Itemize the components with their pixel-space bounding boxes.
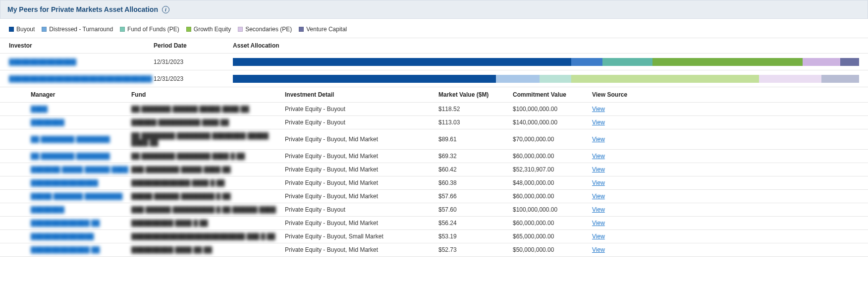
market-value: $69.32 [438,153,513,160]
allocation-segment[interactable] [602,58,652,66]
table-row: ██ ████████ ██████████ ████████ ████████… [0,150,868,163]
investment-detail: Private Equity - Buyout, Mid Market [285,153,438,160]
allocation-segment[interactable] [652,58,803,66]
market-value: $89.61 [438,136,513,143]
legend-swatch [42,27,47,32]
view-source-link[interactable]: View [592,193,605,200]
manager-link[interactable]: ██ ████████ ████████ [31,153,110,160]
commitment-value: $60,000,000.00 [513,220,592,227]
market-value: $53.19 [438,233,513,240]
col-investor: Investor [0,42,154,49]
market-value: $60.42 [438,166,513,173]
peers-header-row: Investor Period Date Asset Allocation [0,38,868,54]
allocation-segment[interactable] [571,58,602,66]
allocation-bar[interactable] [233,58,859,66]
legend-item[interactable]: Distressed - Turnaround [42,26,113,33]
market-value: $56.24 [438,220,513,227]
manager-link[interactable]: ████████████████ [31,179,98,186]
view-source-link[interactable]: View [592,136,605,143]
market-value: $113.03 [438,119,513,126]
investment-detail: Private Equity - Buyout, Mid Market [285,179,438,186]
legend-item[interactable]: Buyout [9,26,35,33]
period-date: 12/31/2023 [154,58,233,65]
market-value: $52.73 [438,246,513,253]
manager-link[interactable]: ███████ █████ ██████ ████ [31,166,128,173]
manager-link[interactable]: ██████████████ ██ [31,220,100,227]
col-period: Period Date [154,42,233,49]
allocation-segment[interactable] [840,58,859,66]
section-header: My Peers for Private Markets Asset Alloc… [0,0,868,19]
investment-detail: Private Equity - Buyout, Mid Market [285,246,438,253]
view-source-link[interactable]: View [592,179,605,186]
commitment-value: $60,000,000.00 [513,153,592,160]
col-alloc: Asset Allocation [233,42,868,49]
allocation-segment[interactable] [571,75,759,83]
col-cv: Commitment Value [513,91,592,98]
fund-cell: ██████████████ ████ █ ██ [131,179,225,186]
table-row: ██ ████████ ██████████ ████████ ████████… [0,129,868,150]
legend-item[interactable]: Secondaries (PE) [238,26,292,33]
peer-row: ██████████████████████████████████12/31/… [0,70,868,87]
allocation-bar[interactable] [233,75,859,83]
fund-cell: ███████████████████████████ ███ █ ██ [131,233,275,240]
view-source-link[interactable]: View [592,166,605,173]
commitment-value: $100,000,000.00 [513,206,592,213]
fund-cell: █████ ██████ ████████ █ ██ [131,193,230,200]
manager-link[interactable]: ██████████████ ██ [31,246,100,253]
view-source-link[interactable]: View [592,246,605,253]
fund-cell: ██████████ ████ ██ ██ [131,246,212,253]
allocation-segment[interactable] [821,75,859,83]
info-icon[interactable]: i [162,6,169,13]
legend-swatch [238,27,243,32]
market-value: $118.52 [438,106,513,113]
fund-cell: ███ ████████ █████ ████ ██ [131,166,230,173]
allocation-segment[interactable] [540,75,571,83]
table-row: ███████████ ██████ ██████████ █ ██ █████… [0,203,868,217]
view-source-link[interactable]: View [592,119,605,126]
legend-label: Distressed - Turnaround [49,26,113,33]
allocation-segment[interactable] [803,58,840,66]
investment-detail: Private Equity - Buyout [285,119,438,126]
investor-link[interactable]: ████████████████ [9,58,76,65]
manager-link[interactable]: ██ ████████ ████████ [31,136,110,143]
manager-link[interactable]: █████ ███████ █████████ [31,193,122,200]
view-source-link[interactable]: View [592,206,605,213]
manager-link[interactable]: ████████ [31,206,64,213]
legend-item[interactable]: Fund of Funds (PE) [120,26,179,33]
page-title: My Peers for Private Markets Asset Alloc… [7,5,158,13]
view-source-link[interactable]: View [592,106,605,113]
allocation-segment[interactable] [233,75,496,83]
legend-item[interactable]: Venture Capital [299,26,347,33]
table-row: ██████████████ ████████████ ████ ██ ██Pr… [0,243,868,257]
holdings-header-row: Manager Fund Investment Detail Market Va… [0,87,868,103]
fund-cell: ██████████ ████ █ ██ [131,220,208,227]
table-row: █████ ███████ ██████████████ ██████ ████… [0,190,868,203]
allocation-segment[interactable] [496,75,540,83]
legend: BuyoutDistressed - TurnaroundFund of Fun… [0,19,868,38]
allocation-segment[interactable] [233,58,571,66]
manager-link[interactable]: ████ [31,106,48,113]
allocation-segment[interactable] [759,75,821,83]
investment-detail: Private Equity - Buyout, Mid Market [285,136,438,143]
commitment-value: $65,000,000.00 [513,233,592,240]
col-manager: Manager [0,91,131,98]
commitment-value: $50,000,000.00 [513,246,592,253]
table-row: ███████ █████ ██████ ███████ ████████ ██… [0,163,868,176]
legend-label: Secondaries (PE) [245,26,292,33]
view-source-link[interactable]: View [592,233,605,240]
fund-cell: ██ ███████ ██████ █████ ████ ██ [131,106,249,113]
investor-link[interactable]: ██████████████████████████████████ [9,75,152,82]
view-source-link[interactable]: View [592,153,605,160]
legend-label: Fund of Funds (PE) [127,26,179,33]
legend-item[interactable]: Growth Equity [186,26,231,33]
legend-swatch [9,27,14,32]
fund-cell: ███ ██████ ██████████ █ ██ ██████ ████ [131,206,276,213]
peers-table: Investor Period Date Asset Allocation ██… [0,38,868,87]
commitment-value: $52,310,907.00 [513,166,592,173]
investment-detail: Private Equity - Buyout, Small Market [285,233,438,240]
view-source-link[interactable]: View [592,220,605,227]
manager-link[interactable]: ███████████████ [31,233,94,240]
legend-swatch [299,27,304,32]
manager-link[interactable]: ████████ [31,119,64,126]
fund-cell: ██ ████████ ████████ ████ █ ██ [131,153,245,160]
